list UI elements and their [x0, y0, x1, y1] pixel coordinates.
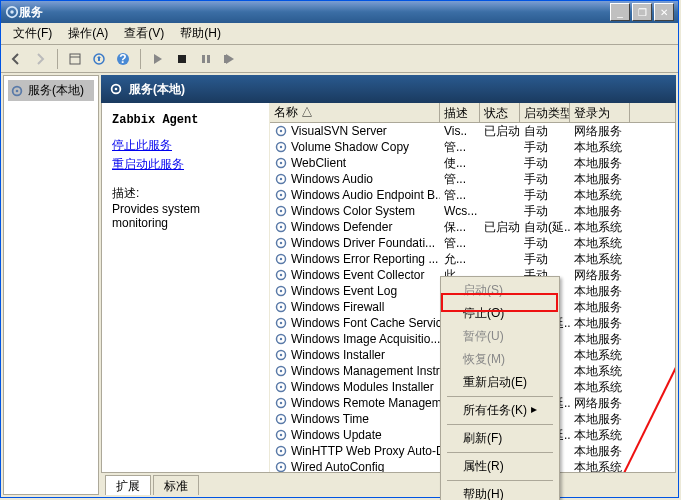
service-name: WebClient	[291, 156, 346, 170]
service-login: 本地系统	[570, 187, 630, 204]
gear-icon	[274, 156, 288, 170]
service-row[interactable]: Windows Audio管...手动本地服务	[270, 171, 675, 187]
tab-standard[interactable]: 标准	[153, 475, 199, 495]
col-status[interactable]: 状态	[480, 103, 520, 122]
export-button[interactable]	[88, 48, 110, 70]
col-desc[interactable]: 描述	[440, 103, 480, 122]
gear-icon	[274, 428, 288, 442]
ctx-resume: 恢复(M)	[443, 348, 557, 371]
services-window: 服务 _ ❐ ✕ 文件(F) 操作(A) 查看(V) 帮助(H) ? 服务(本地…	[0, 0, 679, 498]
service-row[interactable]: Windows Driver Foundati...管...手动本地系统	[270, 235, 675, 251]
service-row[interactable]: Windows Defender保...已启动自动(延...本地系统	[270, 219, 675, 235]
service-login: 本地服务	[570, 171, 630, 188]
service-start: 手动	[520, 235, 570, 252]
tree-root[interactable]: 服务(本地)	[8, 80, 94, 101]
svg-point-28	[280, 226, 282, 228]
close-button[interactable]: ✕	[654, 3, 674, 21]
menu-help[interactable]: 帮助(H)	[172, 23, 229, 44]
gear-icon	[274, 172, 288, 186]
tree-root-label: 服务(本地)	[28, 82, 84, 99]
service-start: 手动	[520, 187, 570, 204]
svg-point-16	[280, 130, 282, 132]
ctx-properties[interactable]: 属性(R)	[443, 455, 557, 478]
gear-icon	[274, 316, 288, 330]
stop-service-button[interactable]	[171, 48, 193, 70]
service-desc: Wcs...	[440, 204, 480, 218]
service-row[interactable]: Windows Color SystemWcs...手动本地服务	[270, 203, 675, 219]
service-login: 本地系统	[570, 379, 630, 396]
gear-icon	[274, 188, 288, 202]
svg-rect-2	[70, 54, 80, 64]
gear-icon	[274, 300, 288, 314]
gear-icon	[274, 284, 288, 298]
ctx-help[interactable]: 帮助(H)	[443, 483, 557, 500]
gear-icon	[274, 332, 288, 346]
ctx-refresh[interactable]: 刷新(F)	[443, 427, 557, 450]
tree-pane: 服务(本地)	[3, 75, 99, 495]
properties-button[interactable]	[64, 48, 86, 70]
svg-rect-8	[202, 55, 205, 63]
svg-point-14	[115, 88, 118, 91]
gear-icon	[274, 204, 288, 218]
service-login: 网络服务	[570, 395, 630, 412]
menu-view[interactable]: 查看(V)	[116, 23, 172, 44]
service-login: 本地系统	[570, 219, 630, 236]
menu-action[interactable]: 操作(A)	[60, 23, 116, 44]
service-row[interactable]: Volume Shadow Copy管...手动本地系统	[270, 139, 675, 155]
col-login[interactable]: 登录为	[570, 103, 630, 122]
service-status: 已启动	[480, 219, 520, 236]
restart-service-button[interactable]	[219, 48, 241, 70]
service-name: Windows Audio Endpoint B...	[291, 188, 440, 202]
gear-icon	[274, 380, 288, 394]
help-button[interactable]: ?	[112, 48, 134, 70]
col-start[interactable]: 启动类型	[520, 103, 570, 122]
service-name: Windows Event Collector	[291, 268, 424, 282]
minimize-button[interactable]: _	[610, 3, 630, 21]
detail-service-name: Zabbix Agent	[112, 113, 259, 127]
service-login: 本地服务	[570, 283, 630, 300]
service-row[interactable]: Windows Error Reporting ...允...手动本地系统	[270, 251, 675, 267]
view-tabs: 扩展 标准	[101, 473, 676, 495]
restart-link[interactable]: 重启动此服务	[112, 156, 259, 173]
service-start: 自动(延...	[520, 219, 570, 236]
desc-label: 描述:	[112, 185, 259, 202]
list-header[interactable]: 名称 △ 描述 状态 启动类型 登录为	[270, 103, 675, 123]
gear-icon	[274, 140, 288, 154]
svg-point-38	[280, 306, 282, 308]
maximize-button[interactable]: ❐	[632, 3, 652, 21]
ctx-all-tasks[interactable]: 所有任务(K)▸	[443, 399, 557, 422]
service-login: 本地服务	[570, 443, 630, 460]
ctx-restart[interactable]: 重新启动(E)	[443, 371, 557, 394]
service-name: Wired AutoConfig	[291, 460, 384, 472]
stop-link[interactable]: 停止此服务	[112, 137, 259, 154]
svg-point-26	[280, 210, 282, 212]
start-service-button[interactable]	[147, 48, 169, 70]
svg-point-48	[280, 386, 282, 388]
service-name: Windows Firewall	[291, 300, 384, 314]
service-login: 本地服务	[570, 203, 630, 220]
gear-icon	[274, 444, 288, 458]
svg-point-18	[280, 146, 282, 148]
ctx-start: 启动(S)	[443, 279, 557, 302]
service-name: Windows Update	[291, 428, 382, 442]
service-login: 本地系统	[570, 235, 630, 252]
tab-extended[interactable]: 扩展	[105, 475, 151, 495]
service-row[interactable]: VisualSVN ServerVis..已启动自动网络服务	[270, 123, 675, 139]
service-row[interactable]: WebClient使...手动本地服务	[270, 155, 675, 171]
context-menu: 启动(S) 停止(O) 暂停(U) 恢复(M) 重新启动(E) 所有任务(K)▸…	[440, 276, 560, 500]
service-name: Windows Installer	[291, 348, 385, 362]
col-name[interactable]: 名称 △	[270, 103, 440, 122]
gear-icon	[274, 348, 288, 362]
service-desc: 允...	[440, 251, 480, 268]
gear-icon	[109, 82, 123, 96]
menu-file[interactable]: 文件(F)	[5, 23, 60, 44]
pause-service-button[interactable]	[195, 48, 217, 70]
svg-point-44	[280, 354, 282, 356]
forward-button[interactable]	[29, 48, 51, 70]
service-name: Windows Defender	[291, 220, 392, 234]
titlebar[interactable]: 服务 _ ❐ ✕	[1, 1, 678, 23]
back-button[interactable]	[5, 48, 27, 70]
ctx-stop[interactable]: 停止(O)	[443, 302, 557, 325]
service-row[interactable]: Windows Audio Endpoint B...管...手动本地系统	[270, 187, 675, 203]
service-name: Windows Event Log	[291, 284, 397, 298]
